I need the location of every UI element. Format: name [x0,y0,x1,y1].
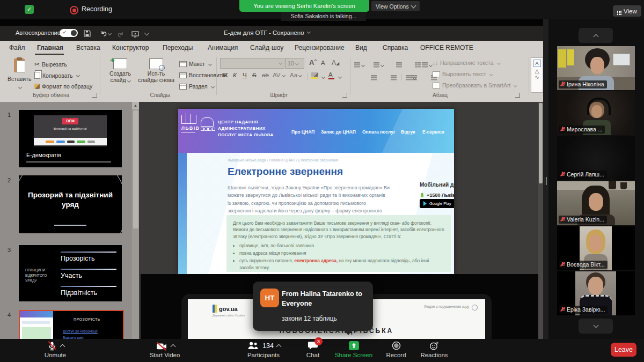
align-center-button[interactable] [391,75,397,80]
chevron-down-icon [108,31,112,35]
leave-button[interactable]: Leave [611,343,636,357]
video-tile[interactable]: Valeria Kuzin... [557,181,635,225]
decrease-indent-button[interactable] [396,62,402,68]
font-dialog-launcher[interactable] [342,93,347,98]
editor-scrollbar[interactable] [538,102,543,339]
chevron-down-icon [429,63,433,67]
scrollbar-thumb[interactable] [539,103,543,183]
clipboard-dialog-launcher[interactable] [92,93,97,98]
video-tile[interactable]: Ірина Ніколіна [557,46,635,90]
paste-button[interactable]: Вставить [8,58,31,92]
bold-button[interactable]: Ж [222,72,228,78]
quick-access-more-icon[interactable] [144,31,150,36]
unmute-button[interactable]: Unmute [34,341,77,358]
scrollbar-thumb[interactable] [133,110,138,228]
slide-thumbnail-2[interactable]: Прозорий та підзвітний уряд [19,175,122,233]
italic-button[interactable]: К [233,72,237,78]
scroll-participants-up-button[interactable] [579,28,613,43]
copy-button[interactable]: Копировать [34,72,79,79]
slideshow-icon[interactable] [131,30,139,40]
current-slide[interactable]: ЛЬВІВ ЦЕНТР НАДАННЯАДМІНІСТРАТИВНИХПОСЛУ… [178,109,454,274]
participants-caret[interactable] [276,344,281,349]
tab-file[interactable]: Файл [9,44,25,51]
align-left-button[interactable] [371,75,377,80]
new-slide-button[interactable]: + Создать слайд [105,58,135,83]
font-size-combobox[interactable]: 10 [285,58,304,69]
highlight-button[interactable] [311,72,318,79]
tab-animations[interactable]: Анимация [208,44,238,51]
change-case-button[interactable]: Aa [290,72,302,78]
tab-design[interactable]: Конструктор [112,44,149,51]
ribbon: Вставить ✂Вырезать Копировать Формат по … [0,55,543,102]
requirements-list: прізвище, ім’я, по-батькові заявника пов… [233,242,444,274]
start-video-button[interactable]: Start Video [143,341,186,358]
chevron-down-icon[interactable] [307,30,311,34]
line-spacing-button[interactable] [422,60,432,70]
textbox-shape-icon[interactable]: A [533,60,541,67]
smartart-button[interactable]: Преобразовать в SmartArt [433,82,517,88]
scroll-up-arrow[interactable]: ▲ [132,102,139,109]
shrink-font-button[interactable]: A [321,60,325,66]
grow-font-button[interactable]: Aˆ [309,58,317,67]
slide-thumbnail-3[interactable]: ПРИНЦИПИ ВІДКРИТОГО УРЯДУ Прозорість Уча… [19,245,122,301]
text-shadow-button[interactable]: ab [262,72,269,78]
tab-insert[interactable]: Вставка [76,44,100,51]
mic-options-caret[interactable] [60,344,65,349]
layout-button[interactable]: Макет [179,61,211,67]
slide-thumbnail-4-selected[interactable]: ПРОЗОРІСТЬ Доступ до інформації Відкриті… [19,310,124,339]
scribble-shape-icon[interactable]: ∿ [531,74,543,80]
share-screen-button[interactable]: Share Screen [332,341,375,358]
shapes-gallery[interactable]: A △ ∿ [531,57,543,93]
format-painter-button[interactable]: Формат по образцу [34,83,92,90]
sidebar-resize-handle[interactable] [543,19,548,339]
underline-button[interactable]: Ч [243,72,247,78]
video-options-caret[interactable] [170,344,175,349]
chat-notification[interactable]: HT From Halina Tatarenko to Everyone зак… [253,282,373,331]
bullets-button[interactable] [354,60,364,70]
chevron-down-icon [593,322,598,328]
video-tile[interactable]: Сергій Лапш... [557,136,635,180]
thumbnail-scrollbar[interactable]: ▲ [132,102,139,339]
clear-format-button[interactable]: A◢ [332,59,339,67]
reactions-button[interactable]: Reactions [413,341,456,358]
redo-button[interactable] [117,30,125,40]
participants-button[interactable]: 134 Participants [238,341,289,358]
video-tile[interactable]: Еріка Завірю... [557,271,635,315]
font-name-combobox[interactable] [220,58,284,69]
chat-button[interactable]: 3 Chat [297,341,329,358]
active-speaker-toast: Sofia Sakalosh is talking... [281,12,366,21]
tab-office-remote[interactable]: OFFICE REMOTE [420,44,473,51]
view-options-button[interactable]: View Options [371,1,420,11]
tab-help[interactable]: Справка [383,44,408,51]
reset-button[interactable]: Восстановить [179,72,225,78]
scroll-participants-down-button[interactable] [579,319,613,334]
video-tile[interactable]: Воєвода Вікт... [557,226,635,270]
section-button[interactable]: Раздел [179,83,214,90]
reuse-slides-button[interactable]: Исп-ть слайды снова [135,58,177,83]
undo-button[interactable] [100,30,111,36]
tab-review[interactable]: Рецензирование [295,44,345,51]
paragraph-dialog-launcher[interactable] [515,93,520,98]
slide2-title: Прозорий та підзвітний уряд [19,190,122,209]
slide-thumbnail-1[interactable]: DEM Впливай на майбутнє! Е-демократія [19,110,122,167]
align-text-button[interactable]: Выровнять текст [433,71,493,77]
character-spacing-button[interactable]: AV [273,72,285,78]
tab-home[interactable]: Главная [37,44,63,51]
font-color-button[interactable]: А [328,71,334,79]
record-button[interactable]: Record [375,341,418,358]
save-icon[interactable] [84,29,91,39]
text-direction-button[interactable]: ↓↓Направление текста [433,60,500,66]
tab-slideshow[interactable]: Слайд-шоу [250,44,283,51]
triangle-shape-icon[interactable]: △ [531,68,543,74]
numbering-button[interactable] [374,60,384,70]
muted-mic-icon [560,82,565,87]
columns-button[interactable] [406,73,416,83]
view-button[interactable]: View [613,5,641,17]
autosave-toggle[interactable]: ✓ [60,29,78,37]
video-tile[interactable]: Мирослава ... [557,91,635,135]
tab-view[interactable]: Вид [355,44,367,51]
strikethrough-button[interactable]: S [252,72,257,78]
cut-button[interactable]: ✂Вырезать [34,61,67,68]
tab-transitions[interactable]: Переходы [163,44,193,51]
security-shield-icon[interactable]: ✓ [25,5,34,14]
